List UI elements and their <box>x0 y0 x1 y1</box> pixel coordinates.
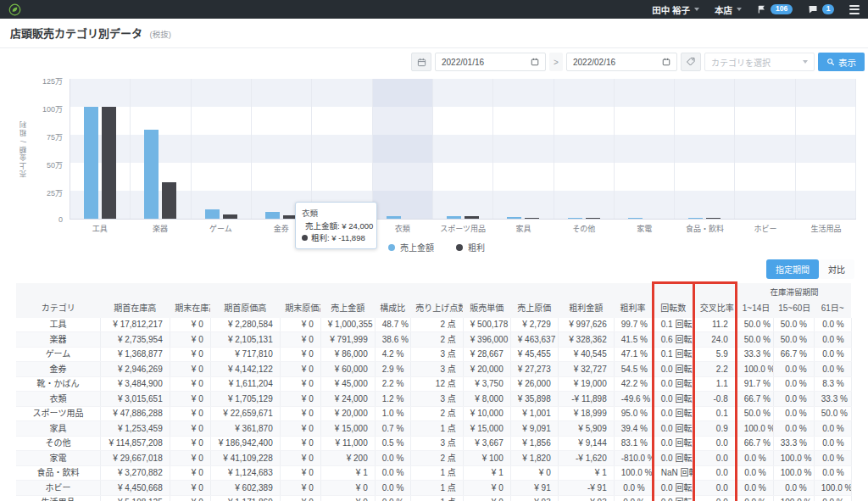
legend-item[interactable]: 粗利 <box>456 241 485 253</box>
y-axis-tick: 125万 <box>42 75 63 86</box>
calendar-icon <box>417 58 426 67</box>
table-cell: ¥ 0 <box>320 495 375 501</box>
column-header: 期末在庫高 <box>170 283 210 318</box>
table-cell: 0.0 % <box>375 495 410 501</box>
table-cell: ¥ 0 <box>280 392 320 407</box>
table-cell: 0.0 回転 <box>653 392 693 407</box>
bar-売上金額[interactable] <box>84 107 98 219</box>
table-cell: ¥ 0 <box>510 465 558 481</box>
bar-売上金額[interactable] <box>568 218 582 219</box>
tab-comparison[interactable]: 対比 <box>819 259 854 279</box>
table-cell: 50.0 % <box>773 332 814 348</box>
app-logo[interactable] <box>8 3 21 16</box>
chart-category-group[interactable] <box>615 79 675 219</box>
bar-粗利[interactable] <box>525 218 539 219</box>
table-row: その他¥ 114,857,208¥ 0¥ 186,942,400¥ 0¥ 11,… <box>16 436 851 451</box>
table-cell: 0.0 % <box>736 481 773 496</box>
table-cell: 1 点 <box>410 421 463 437</box>
chart-category-group[interactable] <box>312 79 372 219</box>
x-axis-label: ゲーム <box>191 220 251 237</box>
table-cell: ¥ 3,270,882 <box>100 465 170 481</box>
table-cell: ¥ 3,484,900 <box>100 376 170 392</box>
table-cell: ¥ 47,886,288 <box>100 406 170 421</box>
y-axis-tick: 0 <box>58 215 63 224</box>
bar-売上金額[interactable] <box>507 217 521 219</box>
chart-category-group[interactable] <box>735 79 795 219</box>
bar-売上金額[interactable] <box>387 216 401 219</box>
bar-粗利[interactable] <box>162 182 176 219</box>
chart-legend: 売上金額粗利 <box>17 241 856 253</box>
bar-粗利[interactable] <box>102 107 116 219</box>
chart-category-group[interactable] <box>493 79 554 219</box>
show-button[interactable]: 表示 <box>818 53 865 71</box>
table-cell: 0.0 % <box>773 481 814 496</box>
bar-売上金額[interactable] <box>205 209 220 219</box>
table-row: 家電¥ 29,667,018¥ 0¥ 41,109,228¥ 0¥ 2000.0… <box>16 451 851 466</box>
user-menu[interactable]: 田中 裕子 <box>652 3 699 16</box>
bar-売上金額[interactable] <box>628 218 643 219</box>
tooltip-line: 粗利: ¥ -11,898 <box>302 232 370 244</box>
table-cell: ¥ 11,000 <box>320 436 375 451</box>
table-cell: ¥ 0 <box>280 376 320 392</box>
table-cell: ¥ 0 <box>170 406 210 421</box>
bar-粗利[interactable] <box>706 218 721 219</box>
table-cell: ¥ 93 <box>510 495 558 501</box>
category-select[interactable]: カテゴリを選択 <box>704 53 815 71</box>
bar-売上金額[interactable] <box>144 130 159 219</box>
chart-category-group[interactable] <box>373 79 433 219</box>
table-cell: ¥ 0 <box>170 495 210 501</box>
chart-category-group[interactable] <box>192 79 252 219</box>
flag-notifications-button[interactable]: 106 <box>757 4 793 14</box>
legend-item[interactable]: 売上金額 <box>388 241 434 253</box>
table-cell: ¥ 200 <box>320 451 375 466</box>
table-cell: ¥ 0 <box>280 406 320 421</box>
date-to-input[interactable]: 2022/02/16 <box>566 53 677 71</box>
table-cell: ¥ 29,667,018 <box>100 451 170 466</box>
table-cell: ¥ 10,000 <box>463 406 510 421</box>
page-header: 店頭販売カテゴリ別データ (税抜) <box>0 19 868 48</box>
chart-category-group[interactable] <box>252 79 312 219</box>
store-menu[interactable]: 本店 <box>715 3 742 16</box>
group-header: 在庫滞留期間 <box>736 283 851 298</box>
tab-specified-period[interactable]: 指定期間 <box>766 259 819 279</box>
table-cell: ¥ 86,000 <box>320 347 375 362</box>
chart-category-group[interactable] <box>70 79 131 219</box>
table-cell: ¥ 9,091 <box>510 421 558 437</box>
series-dot-icon <box>302 235 308 241</box>
tooltip-line: 売上金額: ¥ 24,000 <box>302 220 370 232</box>
chart-category-group[interactable] <box>433 79 493 219</box>
table-cell: -49.6 % <box>614 392 653 407</box>
bar-売上金額[interactable] <box>688 218 703 219</box>
chart-category-group[interactable] <box>131 79 191 219</box>
bar-売上金額[interactable] <box>447 216 461 219</box>
chart-category-group[interactable] <box>675 79 735 219</box>
bar-売上金額[interactable] <box>265 212 280 219</box>
table-cell: 4.2 % <box>375 347 410 362</box>
chart-category-group[interactable] <box>554 79 615 219</box>
chart-tooltip: 衣類 売上金額: ¥ 24,000 粗利: ¥ -11,898 <box>295 202 377 249</box>
hamburger-menu-icon[interactable] <box>849 5 860 14</box>
table-cell: スポーツ用品 <box>16 406 100 421</box>
table-cell: 100.0 % <box>736 362 773 377</box>
bar-粗利[interactable] <box>465 216 479 219</box>
column-header: 61日~ <box>814 298 851 318</box>
table-cell: ¥ 24,000 <box>320 392 375 407</box>
table-cell: 100.0 % <box>773 495 814 501</box>
bar-粗利[interactable] <box>223 214 237 219</box>
table-cell: 衣類 <box>16 392 100 407</box>
table-cell: 11.2 <box>693 318 736 332</box>
category-tag-button[interactable] <box>681 53 701 71</box>
chat-notifications-button[interactable]: 1 <box>808 4 834 14</box>
show-button-label: 表示 <box>838 56 856 69</box>
date-from-input[interactable]: 2022/01/16 <box>435 53 546 71</box>
column-header: カテゴリ <box>16 283 100 318</box>
chart-category-group[interactable] <box>796 79 856 219</box>
flag-icon <box>757 4 766 14</box>
table-cell: 0.0 % <box>736 495 773 501</box>
calendar-preset-button[interactable] <box>411 53 431 71</box>
bar-粗利[interactable] <box>586 218 600 219</box>
tooltip-line-text: 粗利: ¥ -11,898 <box>311 232 365 244</box>
table-cell: 0.0 % <box>814 421 851 437</box>
table-cell: ¥ 22,659,671 <box>210 406 280 421</box>
table-cell: ¥ 0 <box>463 481 510 496</box>
